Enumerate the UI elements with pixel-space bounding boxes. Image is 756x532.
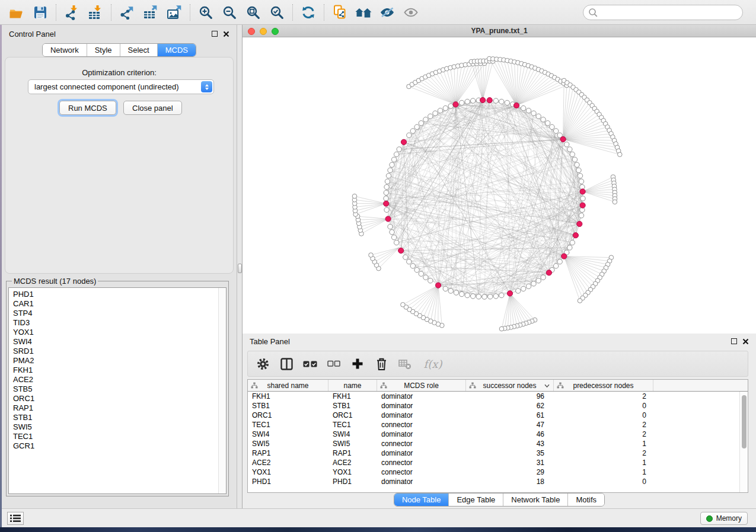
table-row[interactable]: SWI4SWI4dominator462 bbox=[248, 430, 748, 439]
column-header-filler bbox=[653, 380, 748, 391]
first-neighbors-button[interactable] bbox=[352, 2, 375, 23]
export-table-button[interactable] bbox=[139, 2, 162, 23]
column-header-name[interactable]: name bbox=[328, 380, 377, 391]
column-header-predecessor-nodes[interactable]: predecessor nodes bbox=[554, 380, 653, 391]
mcds-result-item[interactable]: GCR1 bbox=[13, 441, 226, 451]
table-scrollbar[interactable] bbox=[739, 392, 748, 493]
zoom-in-button[interactable] bbox=[194, 2, 218, 23]
cell-successor-nodes: 29 bbox=[466, 467, 554, 477]
close-panel-icon[interactable] bbox=[223, 31, 229, 37]
table-row[interactable]: STB1STB1dominator620 bbox=[248, 401, 748, 411]
tab-style[interactable]: Style bbox=[87, 44, 120, 56]
function-builder-button[interactable]: f(x) bbox=[420, 354, 446, 374]
float-panel-icon[interactable] bbox=[731, 338, 737, 344]
splitter-handle[interactable] bbox=[238, 264, 242, 273]
open-file-button[interactable] bbox=[5, 2, 28, 23]
cell-name: YOX1 bbox=[328, 467, 377, 477]
import-table-button[interactable] bbox=[84, 2, 107, 23]
add-column-button[interactable] bbox=[349, 354, 366, 374]
mcds-list-scrollbar[interactable] bbox=[218, 288, 226, 493]
table-row[interactable]: TEC1TEC1connector472 bbox=[248, 420, 748, 430]
table-row[interactable]: SWI5SWI5connector431 bbox=[248, 439, 748, 448]
mcds-result-item[interactable]: ORC1 bbox=[13, 394, 226, 403]
mcds-panel: Optimization criterion: largest connecte… bbox=[5, 57, 234, 274]
table-row[interactable]: FKH1FKH1dominator962 bbox=[248, 392, 748, 401]
save-session-button[interactable] bbox=[28, 2, 52, 23]
delete-columns-button[interactable] bbox=[372, 354, 390, 374]
tab-select[interactable]: Select bbox=[120, 44, 157, 56]
table-scrollbar-thumb[interactable] bbox=[742, 395, 747, 448]
table-settings-button[interactable] bbox=[254, 354, 272, 374]
mcds-result-item[interactable]: FKH1 bbox=[13, 366, 226, 375]
run-mcds-button[interactable]: Run MCDS bbox=[59, 101, 116, 115]
mcds-result-item[interactable]: CAR1 bbox=[13, 299, 226, 309]
tab-network-table[interactable]: Network Table bbox=[503, 493, 567, 506]
float-panel-icon[interactable] bbox=[212, 31, 218, 37]
cell-predecessor-nodes: 1 bbox=[554, 467, 653, 477]
cell-mcds-role: connector bbox=[377, 439, 466, 448]
toggle-column-view-button[interactable] bbox=[277, 354, 295, 374]
gear-icon bbox=[256, 357, 270, 371]
import-network-button[interactable] bbox=[60, 2, 84, 23]
mcds-result-item[interactable]: SRD1 bbox=[13, 347, 226, 356]
column-header-successor-nodes[interactable]: successor nodes bbox=[466, 380, 554, 391]
table-row[interactable]: ACE2ACE2connector311 bbox=[248, 458, 748, 467]
window-minimize-button[interactable] bbox=[260, 28, 267, 35]
optimization-criterion-select[interactable]: largest connected component (undirected) bbox=[28, 79, 214, 94]
mcds-result-list[interactable]: PHD1CAR1STP4TID3YOX1SWI4SRD1PMA2FKH1ACE2… bbox=[8, 287, 227, 494]
cell-shared-name: RAP1 bbox=[248, 448, 328, 458]
search-input[interactable] bbox=[583, 5, 743, 20]
deselect-all-columns-button[interactable] bbox=[325, 354, 343, 374]
mcds-result-item[interactable]: SWI4 bbox=[13, 337, 226, 347]
select-all-columns-button[interactable] bbox=[301, 354, 319, 374]
table-row[interactable]: ORC1ORC1dominator610 bbox=[248, 411, 748, 420]
cell-name: PHD1 bbox=[328, 477, 377, 486]
panel-splitter[interactable] bbox=[237, 25, 243, 508]
cell-mcds-role: dominator bbox=[377, 411, 466, 420]
refresh-layout-button[interactable] bbox=[296, 2, 320, 23]
delete-table-button[interactable] bbox=[396, 354, 414, 374]
tab-network[interactable]: Network bbox=[43, 44, 87, 56]
checked-boxes-icon bbox=[303, 360, 317, 368]
show-all-button[interactable] bbox=[399, 2, 423, 23]
column-header-mcds-role[interactable]: MCDS role bbox=[377, 380, 466, 391]
window-close-button[interactable] bbox=[248, 28, 255, 35]
table-panel-title: Table Panel bbox=[250, 337, 290, 346]
zoom-fit-button[interactable] bbox=[241, 2, 265, 23]
window-zoom-button[interactable] bbox=[272, 28, 279, 35]
mcds-result-item[interactable]: ACE2 bbox=[13, 375, 226, 384]
table-row[interactable]: RAP1RAP1dominator352 bbox=[248, 448, 748, 458]
mcds-result-item[interactable]: STB1 bbox=[13, 413, 226, 422]
export-image-button[interactable] bbox=[162, 2, 186, 23]
task-history-button[interactable] bbox=[7, 512, 24, 525]
table-row[interactable]: PHD1PHD1dominator180 bbox=[248, 477, 748, 486]
tab-mcds[interactable]: MCDS bbox=[157, 44, 196, 56]
zoom-out-button[interactable] bbox=[218, 2, 241, 23]
cell-predecessor-nodes: 2 bbox=[554, 430, 653, 439]
tab-motifs[interactable]: Motifs bbox=[567, 493, 604, 506]
mcds-result-item[interactable]: RAP1 bbox=[13, 403, 226, 413]
mcds-result-item[interactable]: PHD1 bbox=[13, 290, 226, 299]
hide-selected-button[interactable] bbox=[375, 2, 399, 23]
toolbar-separator bbox=[292, 4, 293, 21]
mcds-result-item[interactable]: YOX1 bbox=[13, 328, 226, 337]
column-header-shared-name[interactable]: shared name bbox=[248, 380, 328, 391]
network-canvas[interactable] bbox=[243, 37, 756, 334]
tab-edge-table[interactable]: Edge Table bbox=[448, 493, 503, 506]
close-panel-icon[interactable] bbox=[742, 338, 749, 345]
zoom-selected-button[interactable] bbox=[265, 2, 289, 23]
memory-button[interactable]: Memory bbox=[700, 512, 748, 525]
import-network-icon bbox=[64, 5, 79, 20]
export-network-button[interactable] bbox=[115, 2, 139, 23]
mcds-result-item[interactable]: PMA2 bbox=[13, 356, 226, 366]
mcds-result-item[interactable]: STB5 bbox=[13, 384, 226, 394]
table-row[interactable]: YOX1YOX1connector291 bbox=[248, 467, 748, 477]
mcds-result-item[interactable]: TID3 bbox=[13, 318, 226, 328]
cell-shared-name: YOX1 bbox=[248, 467, 328, 477]
mcds-result-item[interactable]: STP4 bbox=[13, 309, 226, 318]
tab-node-table[interactable]: Node Table bbox=[394, 493, 449, 506]
mcds-result-item[interactable]: TEC1 bbox=[13, 432, 226, 441]
close-panel-button[interactable]: Close panel bbox=[123, 101, 182, 115]
clone-network-button[interactable] bbox=[328, 2, 352, 23]
mcds-result-item[interactable]: SWI5 bbox=[13, 422, 226, 432]
